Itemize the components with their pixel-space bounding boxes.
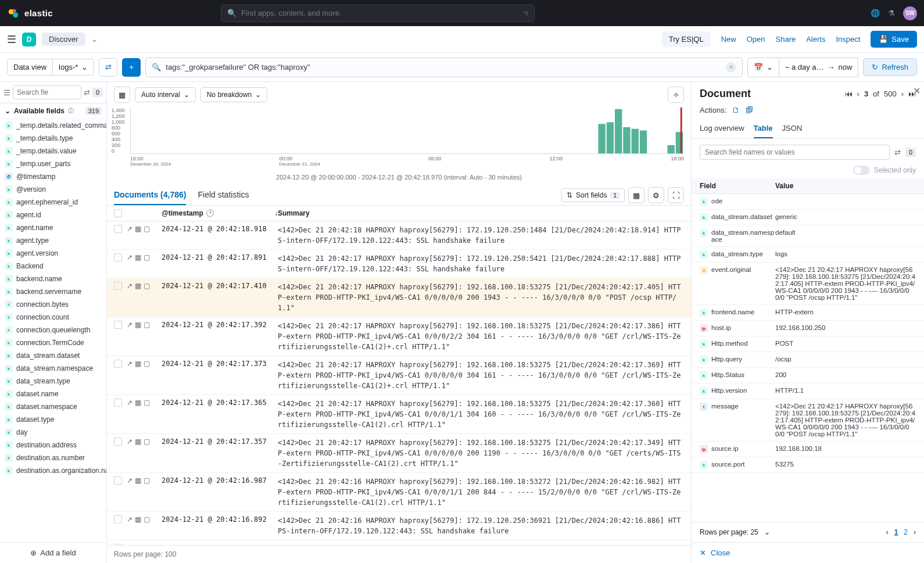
field-item[interactable]: kdata_stream.dataset <box>0 349 106 362</box>
single-doc-icon[interactable]: 🗋 <box>732 106 740 114</box>
col-summary[interactable]: Summary <box>278 209 684 217</box>
flyout-field-row[interactable]: kHttp.Status 200 <box>692 368 924 383</box>
field-item[interactable]: k_temp.details.related_command <box>0 119 106 132</box>
field-item[interactable]: kdestination.as.organization.name <box>0 464 106 477</box>
field-item[interactable]: #connection.queuelength <box>0 324 106 336</box>
flyout-field-row[interactable]: kHttp.query /ocsp <box>692 352 924 368</box>
flyout-field-row[interactable]: ipsource.ip 192.168.100.18 <box>692 442 924 457</box>
row-checkbox[interactable] <box>114 438 122 446</box>
table-row[interactable]: ↗ ▦ ▢ 2024-12-21 @ 20:42:17.357 <142>Dec… <box>107 434 691 473</box>
data-view-label[interactable]: Data view <box>7 59 53 76</box>
app-name-pill[interactable]: Discover <box>42 33 85 46</box>
field-item[interactable]: ⏱@timestamp <box>0 170 106 183</box>
share-button[interactable]: Share <box>776 35 796 44</box>
table-row[interactable]: ↗ ▦ ▢ 2024-12-21 @ 20:42:17.373 <142>Dec… <box>107 356 691 395</box>
field-item[interactable]: kagent.id <box>0 209 106 221</box>
flyout-field-row[interactable]: kdata_stream.dataset generic <box>692 210 924 225</box>
copy-icon[interactable]: ▢ <box>144 360 150 368</box>
field-search-input[interactable] <box>13 85 81 99</box>
field-item[interactable]: k@version <box>0 183 106 196</box>
field-item[interactable]: kdata_stream.namespace <box>0 362 106 375</box>
news-icon[interactable]: ⚗ <box>888 9 895 17</box>
field-item[interactable]: kagent.ephemeral_id <box>0 196 106 209</box>
table-row[interactable]: ↗ ▦ ▢ 2024-12-21 @ 20:42:16.741 <142>Dec… <box>107 540 691 545</box>
breakdown-select[interactable]: No breakdown⌄ <box>200 87 267 102</box>
tab-field-statistics[interactable]: Field statistics <box>198 185 249 205</box>
field-item[interactable]: #connection.bytes <box>0 298 106 311</box>
flyout-field-row[interactable]: tmessage <142>Dec 21 20:42:17 HAPROXY ha… <box>692 399 924 442</box>
field-filter-icon[interactable]: ⇄ <box>84 88 90 97</box>
sidebar-toggle-icon[interactable]: ☰ <box>3 88 10 97</box>
interval-select[interactable]: Auto interval⌄ <box>135 87 196 102</box>
field-item[interactable]: kdataset.name <box>0 388 106 400</box>
prev-page-icon[interactable]: ‹ <box>886 528 889 536</box>
flyout-field-row[interactable]: kHttp.version HTTP/1.1 <box>692 383 924 399</box>
expand-icon[interactable]: ↗ <box>127 225 132 233</box>
query-input[interactable]: 🔍 tags:"_grokparsefailure" OR tags:"hapr… <box>145 58 742 77</box>
expand-icon[interactable]: ↗ <box>127 282 132 290</box>
avatar[interactable]: SW <box>903 6 917 20</box>
flyout-rows-per-page[interactable]: Rows per page: 25 <box>700 528 758 536</box>
next-page-icon[interactable]: › <box>914 528 916 536</box>
flyout-field-row[interactable]: kode <box>692 194 924 210</box>
grid-density-button[interactable]: ▦ <box>628 187 644 203</box>
view-icon[interactable]: ▦ <box>135 476 141 485</box>
field-item[interactable]: kdestination.address <box>0 439 106 451</box>
global-search[interactable]: 🔍 Find apps, content, and more. ^/ <box>221 5 535 22</box>
table-row[interactable]: ↗ ▦ ▢ 2024-12-21 @ 20:42:17.392 <142>Dec… <box>107 317 691 356</box>
field-item[interactable]: k_temp.details.type <box>0 132 106 145</box>
field-item[interactable]: kdataset.namespace <box>0 400 106 413</box>
table-row[interactable]: ↗ ▦ ▢ 2024-12-21 @ 20:42:16.987 <142>Dec… <box>107 473 691 512</box>
prev-page-icon[interactable]: ‹ <box>857 89 859 98</box>
table-row[interactable]: ↗ ▦ ▢ 2024-12-21 @ 20:42:17.891 <142>Dec… <box>107 250 691 278</box>
copy-icon[interactable]: ▢ <box>144 515 150 523</box>
histogram-chart[interactable]: 1,4001,2001,0008006004002000 18:00Decemb… <box>107 107 691 171</box>
row-checkbox[interactable] <box>114 399 122 407</box>
flyout-field-row[interactable]: iphost.ip 192.168.100.250 <box>692 321 924 336</box>
select-all-checkbox[interactable] <box>114 209 122 217</box>
view-icon[interactable]: ▦ <box>135 321 141 329</box>
save-button[interactable]: 💾 Save <box>871 31 917 48</box>
field-item[interactable]: kconnection.TermCode <box>0 336 106 349</box>
field-item[interactable]: kBackend <box>0 260 106 272</box>
tab-documents[interactable]: Documents (4,786) <box>114 185 186 205</box>
alerts-button[interactable]: Alerts <box>806 35 825 44</box>
first-page-icon[interactable]: ⏮ <box>845 89 853 98</box>
expand-icon[interactable]: ↗ <box>127 476 132 485</box>
field-item[interactable]: k_temp.user_parts <box>0 157 106 170</box>
flyout-field-row[interactable]: kfrontend.name HTTP-extern <box>692 305 924 321</box>
flyout-field-row[interactable]: kdata_stream.type logs <box>692 247 924 263</box>
table-row[interactable]: ↗ ▦ ▢ 2024-12-21 @ 20:42:16.892 <142>Dec… <box>107 512 691 540</box>
page-2[interactable]: 2 <box>904 528 908 536</box>
row-checkbox[interactable] <box>114 321 122 329</box>
field-item[interactable]: kdataset.type <box>0 413 106 426</box>
lens-button[interactable]: ✧ <box>668 87 684 103</box>
time-picker-range[interactable]: ~ a day a… → now <box>779 58 859 77</box>
try-esql-button[interactable]: Try ES|QL <box>662 31 711 47</box>
copy-icon[interactable]: ▢ <box>144 438 150 446</box>
page-1[interactable]: 1 <box>894 528 898 536</box>
field-item[interactable]: #destination.as.number <box>0 451 106 464</box>
globe-icon[interactable]: 🌐 <box>871 9 880 17</box>
sort-fields-button[interactable]: ⇅ Sort fields 1 <box>561 188 625 202</box>
data-view-selector[interactable]: logs-*⌄ <box>53 59 94 76</box>
expand-icon[interactable]: ↗ <box>127 438 132 446</box>
menu-icon[interactable]: ☰ <box>7 33 16 46</box>
table-row[interactable]: ↗ ▦ ▢ 2024-12-21 @ 20:42:17.410 <142>Dec… <box>107 278 691 317</box>
open-button[interactable]: Open <box>747 35 765 44</box>
histogram-toggle-button[interactable]: ▦ <box>114 87 130 103</box>
row-checkbox[interactable] <box>114 360 122 368</box>
field-item[interactable]: kday <box>0 426 106 439</box>
filter-icon-button[interactable]: ⇄ <box>99 58 117 77</box>
fullscreen-button[interactable]: ⛶ <box>668 187 684 203</box>
chevron-down-icon[interactable]: ⌄ <box>91 35 98 44</box>
copy-icon[interactable]: ▢ <box>144 321 150 329</box>
copy-icon[interactable]: ▢ <box>144 476 150 485</box>
display-options-button[interactable]: ⚙ <box>648 187 664 203</box>
tab-table[interactable]: Table <box>754 119 773 138</box>
expand-icon[interactable]: ↗ <box>127 515 132 523</box>
field-item[interactable]: kdata_stream.type <box>0 375 106 388</box>
field-item[interactable]: k_temp.details.value <box>0 145 106 157</box>
selected-only-toggle[interactable] <box>853 166 869 175</box>
row-checkbox[interactable] <box>114 282 122 290</box>
